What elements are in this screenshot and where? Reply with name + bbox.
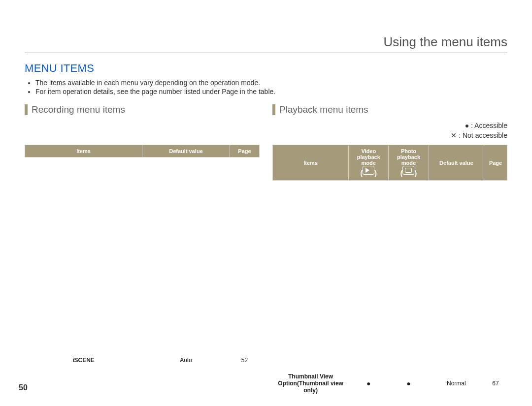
legend-accessible: ● : Accessible (272, 121, 507, 131)
col-default: Default value (429, 145, 484, 181)
bullet-item: The items available in each menu vary de… (35, 79, 507, 87)
recording-tbody: iSCENEAuto52Video Resolution1280X720/25p… (25, 157, 260, 406)
cell-item: iSCENE (25, 157, 142, 406)
th-line: playback (391, 154, 426, 160)
cell-default: Normal (429, 181, 484, 406)
col-default: Default value (142, 145, 230, 157)
th-line: Photo (391, 148, 426, 154)
col-video-mode: Video playback mode () (349, 145, 389, 181)
recording-column: Recording menu items Items Default value… (25, 104, 260, 406)
col-photo-mode: Photo playback mode () (389, 145, 429, 181)
cell-photo-mode: ● (389, 181, 429, 406)
photo-playback-icon (402, 166, 414, 175)
page: Using the menu items Menu Items The item… (0, 0, 532, 406)
cell-item: Thumbnail View Option(Thumbnail view onl… (273, 181, 349, 406)
recording-subtitle: Recording menu items (25, 104, 260, 115)
th-line: mode (351, 160, 386, 166)
cell-note: (Thumbnail view only) (297, 380, 343, 394)
table-row: iSCENEAuto52 (25, 157, 260, 406)
page-title: Using the menu items (25, 34, 507, 50)
col-page: Page (484, 145, 507, 181)
spacer (25, 121, 260, 142)
intro-bullets: The items available in each menu vary de… (25, 79, 507, 95)
col-items: Items (25, 145, 142, 157)
th-line: mode (391, 160, 426, 166)
photo-mode-icon-wrap: () (400, 170, 417, 176)
video-mode-icon-wrap: () (361, 170, 377, 176)
col-items: Items (273, 145, 349, 181)
th-line: Video (351, 148, 386, 154)
section-title: Menu Items (25, 62, 507, 75)
playback-column: Playback menu items ● : Accessible ✕ : N… (272, 104, 507, 406)
col-page: Page (230, 145, 260, 157)
video-playback-icon (363, 166, 374, 175)
cell-page: 52 (230, 157, 260, 406)
legend: ● : Accessible ✕ : Not accessible (272, 121, 507, 142)
th-line: playback (351, 154, 386, 160)
header-rule: Using the menu items (25, 34, 507, 53)
recording-table: Items Default value Page iSCENEAuto52Vid… (25, 145, 260, 406)
cell-page: 67 (484, 181, 507, 406)
playback-subtitle: Playback menu items (272, 104, 507, 115)
playback-table: Items Video playback mode () Photo playb… (272, 145, 507, 406)
bullet-item: For item operation details, see the page… (35, 88, 507, 95)
table-row: Thumbnail View Option(Thumbnail view onl… (273, 181, 507, 406)
cell-default: Auto (142, 157, 230, 406)
legend-not-accessible: ✕ : Not accessible (272, 131, 507, 141)
cell-video-mode: ● (349, 181, 389, 406)
playback-tbody: Thumbnail View Option(Thumbnail view onl… (273, 181, 507, 406)
page-number: 50 (19, 383, 28, 392)
two-column-layout: Recording menu items Items Default value… (25, 104, 507, 406)
